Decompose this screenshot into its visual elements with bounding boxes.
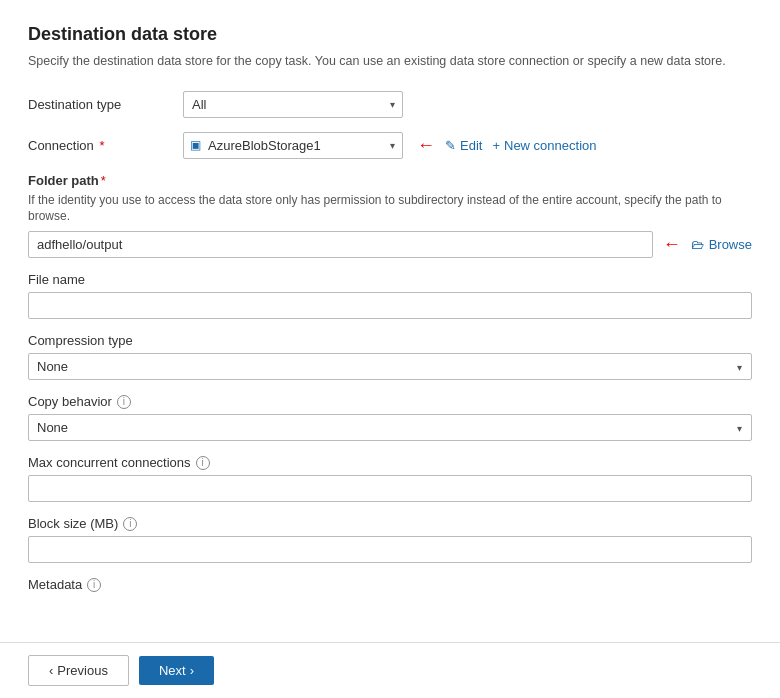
compression-type-select[interactable]: None GZip Deflate BZip2 bbox=[28, 353, 752, 380]
connection-controls: ▣ AzureBlobStorage1 ▾ ← ✎ Edit + New con… bbox=[183, 132, 597, 159]
page-title: Destination data store bbox=[28, 24, 752, 45]
copy-behavior-select-wrapper: None FlattenHierarchy MergeFiles Preserv… bbox=[28, 414, 752, 441]
max-concurrent-section: Max concurrent connections i bbox=[28, 455, 752, 502]
copy-behavior-label: Copy behavior i bbox=[28, 394, 752, 409]
compression-type-section: Compression type None GZip Deflate BZip2… bbox=[28, 333, 752, 380]
max-concurrent-info-icon: i bbox=[196, 456, 210, 470]
next-button[interactable]: Next › bbox=[139, 656, 214, 685]
destination-type-select[interactable]: All bbox=[183, 91, 403, 118]
block-size-info-icon: i bbox=[123, 517, 137, 531]
folder-icon: 🗁 bbox=[691, 237, 704, 252]
max-concurrent-input[interactable] bbox=[28, 475, 752, 502]
folder-path-description: If the identity you use to access the da… bbox=[28, 192, 752, 226]
destination-type-row: Destination type All ▾ bbox=[28, 91, 752, 118]
connection-select-wrapper: ▣ AzureBlobStorage1 ▾ bbox=[183, 132, 403, 159]
folder-path-section: Folder path * If the identity you use to… bbox=[28, 173, 752, 259]
metadata-section: Metadata i bbox=[28, 577, 752, 592]
folder-path-label-row: Folder path * bbox=[28, 173, 752, 188]
copy-behavior-info-icon: i bbox=[117, 395, 131, 409]
max-concurrent-label: Max concurrent connections i bbox=[28, 455, 752, 470]
folder-path-input-row: adfhello/output ← 🗁 Browse bbox=[28, 231, 752, 258]
pencil-icon: ✎ bbox=[445, 138, 456, 153]
page-description: Specify the destination data store for t… bbox=[28, 53, 752, 71]
connection-label: Connection * bbox=[28, 138, 183, 153]
copy-behavior-select[interactable]: None FlattenHierarchy MergeFiles Preserv… bbox=[28, 414, 752, 441]
block-size-input[interactable] bbox=[28, 536, 752, 563]
folder-path-arrow-indicator: ← bbox=[663, 234, 681, 255]
folder-path-input[interactable]: adfhello/output bbox=[28, 231, 653, 258]
connection-row: Connection * ▣ AzureBlobStorage1 ▾ ← ✎ E… bbox=[28, 132, 752, 159]
metadata-info-icon: i bbox=[87, 578, 101, 592]
file-name-section: File name bbox=[28, 272, 752, 319]
previous-button[interactable]: ‹ Previous bbox=[28, 655, 129, 686]
file-name-label: File name bbox=[28, 272, 752, 287]
destination-type-label: Destination type bbox=[28, 97, 183, 112]
file-name-input[interactable] bbox=[28, 292, 752, 319]
storage-icon: ▣ bbox=[190, 138, 201, 152]
prev-arrow-icon: ‹ bbox=[49, 663, 53, 678]
edit-button[interactable]: ✎ Edit bbox=[445, 138, 482, 153]
block-size-section: Block size (MB) i bbox=[28, 516, 752, 563]
destination-type-select-wrapper: All ▾ bbox=[183, 91, 403, 118]
browse-button[interactable]: 🗁 Browse bbox=[691, 237, 752, 252]
next-arrow-icon: › bbox=[190, 663, 194, 678]
block-size-label: Block size (MB) i bbox=[28, 516, 752, 531]
new-connection-button[interactable]: + New connection bbox=[492, 138, 596, 153]
copy-behavior-section: Copy behavior i None FlattenHierarchy Me… bbox=[28, 394, 752, 441]
footer: ‹ Previous Next › bbox=[0, 642, 780, 698]
folder-path-required: * bbox=[101, 173, 106, 188]
connection-select[interactable]: AzureBlobStorage1 bbox=[183, 132, 403, 159]
connection-arrow-indicator: ← bbox=[417, 135, 435, 156]
required-indicator: * bbox=[96, 138, 105, 153]
plus-icon: + bbox=[492, 138, 500, 153]
compression-type-label: Compression type bbox=[28, 333, 752, 348]
metadata-label: Metadata i bbox=[28, 577, 752, 592]
folder-path-label: Folder path bbox=[28, 173, 99, 188]
compression-type-select-wrapper: None GZip Deflate BZip2 ▾ bbox=[28, 353, 752, 380]
